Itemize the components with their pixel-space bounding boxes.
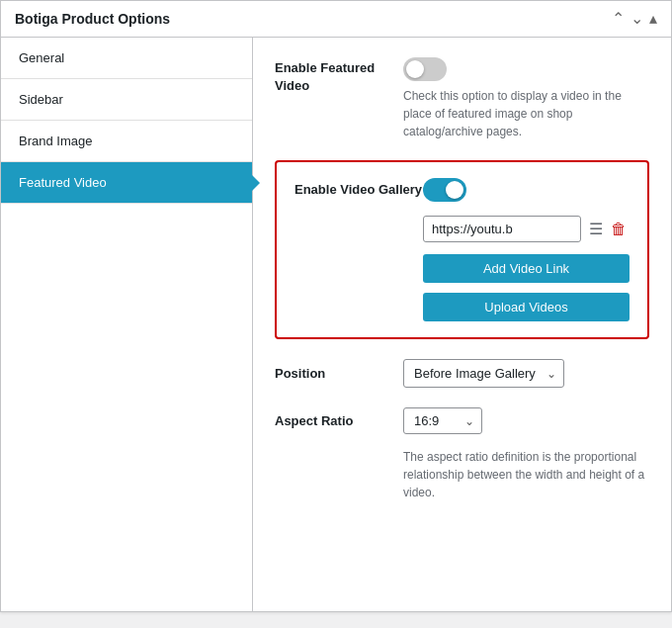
sidebar-item-sidebar[interactable]: Sidebar	[1, 79, 252, 121]
panel-body: General Sidebar Brand Image Featured Vid…	[1, 38, 671, 611]
sidebar-item-featured-video[interactable]: Featured Video	[1, 162, 252, 204]
aspect-ratio-control: 16:9 4:3 1:1 ⌄ The aspect ratio definiti…	[403, 407, 649, 501]
upload-videos-button[interactable]: Upload Videos	[423, 293, 630, 321]
panel-title: Botiga Product Options	[15, 11, 170, 27]
header-icons: ⌃ ⌄ ▴	[612, 11, 657, 27]
panel-header: Botiga Product Options ⌃ ⌄ ▴	[1, 1, 671, 38]
main-content: Enable Featured Video Check this option …	[253, 38, 671, 611]
video-gallery-header-row: Enable Video Gallery	[294, 178, 630, 202]
chevron-down-icon[interactable]: ⌄	[630, 11, 643, 27]
video-buttons: Add Video Link Upload Videos	[423, 254, 630, 321]
video-gallery-label: Enable Video Gallery	[294, 181, 423, 199]
drag-handle-icon[interactable]: ☰	[589, 220, 603, 238]
aspect-ratio-row: Aspect Ratio 16:9 4:3 1:1 ⌄ The aspect r…	[275, 407, 649, 501]
enable-featured-video-control: Check this option to display a video in …	[403, 57, 649, 140]
panel: Botiga Product Options ⌃ ⌄ ▴ General Sid…	[0, 0, 672, 612]
video-gallery-toggle[interactable]	[423, 178, 466, 202]
video-link-row: ☰ 🗑	[423, 216, 630, 242]
add-video-link-button[interactable]: Add Video Link	[423, 254, 630, 283]
aspect-ratio-select[interactable]: 16:9 4:3 1:1	[403, 407, 482, 434]
chevron-up-icon[interactable]: ⌃	[612, 11, 625, 27]
video-url-input[interactable]	[423, 216, 581, 242]
sidebar: General Sidebar Brand Image Featured Vid…	[1, 38, 253, 611]
aspect-ratio-select-wrap: 16:9 4:3 1:1 ⌄	[403, 407, 482, 434]
sidebar-item-general[interactable]: General	[1, 38, 252, 79]
trash-icon[interactable]: 🗑	[611, 221, 627, 238]
enable-featured-video-toggle[interactable]	[403, 57, 447, 81]
aspect-ratio-description: The aspect ratio definition is the propo…	[403, 448, 649, 501]
aspect-ratio-label: Aspect Ratio	[275, 407, 403, 428]
enable-featured-video-label: Enable Featured Video	[275, 57, 403, 95]
enable-featured-video-row: Enable Featured Video Check this option …	[275, 57, 649, 140]
position-row: Position Before Image Gallery After Imag…	[275, 359, 649, 388]
sidebar-item-brand-image[interactable]: Brand Image	[1, 121, 252, 162]
position-label: Position	[275, 366, 403, 381]
vg-toggle-slider	[423, 178, 466, 202]
position-select[interactable]: Before Image Gallery After Image Gallery	[403, 359, 564, 388]
expand-icon[interactable]: ▴	[649, 11, 657, 27]
toggle-slider	[403, 57, 447, 81]
position-select-wrap: Before Image Gallery After Image Gallery…	[403, 359, 564, 388]
enable-featured-video-description: Check this option to display a video in …	[403, 87, 649, 140]
video-gallery-section: Enable Video Gallery ☰ 🗑 Add Video Link …	[275, 160, 649, 339]
